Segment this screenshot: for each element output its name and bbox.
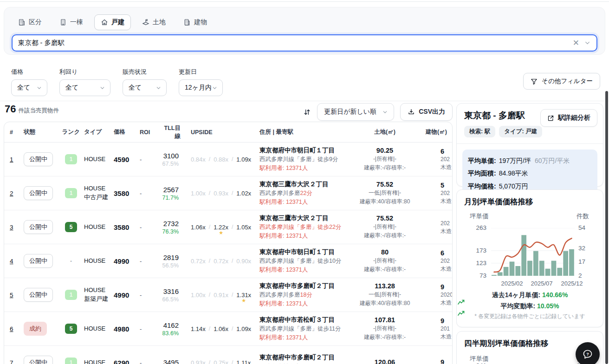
tab-ittou[interactable]: 一棟 <box>53 14 90 30</box>
table-row[interactable]: 2 公開中 1 HOUSE 中古戸建 3580 - 2567 71.7% 1.0… <box>4 176 452 210</box>
building-area: 9 <box>441 283 453 291</box>
building-cell: 5 202 木造 <box>422 182 453 205</box>
filter-select[interactable]: 12ヶ月内 <box>179 79 223 96</box>
tab-label: 区分 <box>29 18 42 26</box>
land-ratios: 建蔽率:-/容積率:- <box>348 333 422 341</box>
avg-unit-price: 平均単価:197万円/坪60万円/平米 <box>468 155 592 167</box>
table-row[interactable]: 3 公開中 5 HOUSE 3580 - 2732 76.3% 1.06x / … <box>4 210 452 244</box>
property-type: HOUSE <box>84 257 114 266</box>
property-type-tabs: 区分 一棟 戸建 土地 建物 <box>12 14 214 30</box>
row-number-link[interactable]: 1 <box>10 156 13 163</box>
tll-target: 3100 67.5% <box>160 152 191 167</box>
filter: 価格 全て <box>11 68 47 96</box>
tab-tatemono[interactable]: 建物 <box>177 14 214 30</box>
row-number-link[interactable]: 6 <box>10 325 13 332</box>
building-area: 5 <box>441 182 453 189</box>
land-rights: -|所有権|- <box>348 325 422 332</box>
tll-percent: 76.3% <box>160 228 179 235</box>
filter-label: 価格 <box>11 68 47 76</box>
row-number-link[interactable]: 7 <box>10 359 13 364</box>
tab-kubun[interactable]: 区分 <box>12 14 48 30</box>
property-type: HOUSE <box>84 223 114 232</box>
search-input[interactable] <box>18 39 568 47</box>
col-header: 状態 <box>24 128 58 136</box>
sort-arrows-icon[interactable] <box>303 108 311 116</box>
tll-target: 2819 56.5% <box>160 254 191 269</box>
more-filters-button[interactable]: その他フィルター <box>523 73 600 90</box>
building-area: 6 <box>441 148 453 155</box>
row-number-link[interactable]: 5 <box>10 292 13 299</box>
station-analysis-button[interactable]: 駅詳細分析 <box>540 109 597 127</box>
filter-select[interactable]: 全て <box>59 79 110 96</box>
station-users: 駅利用者: 12371人 <box>259 300 348 308</box>
land-cell: 90.25 -|所有権|- 建蔽率:-/容積率:- <box>348 147 422 172</box>
chevron-down-icon <box>155 85 162 91</box>
top-divider <box>0 1 609 2</box>
col-header: ROI <box>140 129 160 136</box>
tab-kodate[interactable]: 戸建 <box>94 14 131 30</box>
monthly-chart-title: 月別坪単価価格推移 <box>457 190 603 207</box>
clear-search-icon[interactable]: ✕ <box>568 38 584 48</box>
tll-percent: 56.5% <box>160 262 179 269</box>
building-structure: 木造 | 4 <box>441 299 453 307</box>
station-users: 駅利用者: 12371人 <box>259 164 348 172</box>
station-users: 駅利用者: 12371人 <box>259 232 348 240</box>
csv-export-button[interactable]: CSV出力 <box>400 103 453 121</box>
filter-select[interactable]: 全て <box>11 79 47 96</box>
card-divider <box>457 143 603 144</box>
land-icon <box>142 19 149 26</box>
chevron-down-icon[interactable] <box>584 39 591 46</box>
chat-support-button[interactable]: ? <box>576 342 600 364</box>
roi: - <box>140 190 160 197</box>
building-cell: 9 2020 木造 | 4 <box>422 283 453 307</box>
tab-tochi[interactable]: 土地 <box>136 14 172 30</box>
filter-label: 販売状況 <box>123 68 167 76</box>
table-row[interactable]: 1 公開中 1 HOUSE 4590 - 3100 67.5% 0.84x / … <box>4 143 452 176</box>
address: 東京都三鷹市大沢２丁目 <box>259 214 348 222</box>
status-badge: 公開中 <box>24 220 53 234</box>
station-users: 駅利用者: 12371人 <box>259 334 348 342</box>
land-area: 90.25 <box>348 147 422 154</box>
land-area: 75.52 <box>348 181 422 188</box>
sort-select[interactable]: 更新日が新しい順 <box>317 103 394 121</box>
status-badge: 成約 <box>24 322 47 336</box>
table-row[interactable]: 7 公開中 1 HOUSE 6290 - 3495 0.93x / 0.75x … <box>4 346 452 364</box>
rank-badge: 1 <box>65 154 77 164</box>
status-badge: 公開中 <box>24 288 53 302</box>
property-type: HOUSE <box>84 325 114 333</box>
address: 東京都府中市多磨町２丁目 <box>259 353 348 362</box>
price: 4990 <box>114 291 140 299</box>
nearest-station: 西武多摩川線「多磨」徒歩9分 <box>259 156 348 163</box>
table-row[interactable]: 4 公開中 - HOUSE 4990 - 2819 56.5% 0.72x / … <box>4 244 452 278</box>
col-header: 住所 | 最寄駅 <box>259 128 348 136</box>
building-year: 202 <box>441 190 453 196</box>
land-cell: 120.06 <box>348 358 422 364</box>
price: 6290 <box>114 359 140 364</box>
row-number-link[interactable]: 4 <box>10 258 13 265</box>
row-number-link[interactable]: 3 <box>10 224 13 231</box>
filter-select[interactable]: 全て <box>123 79 167 96</box>
land-area: 107.81 <box>348 316 422 324</box>
section-divider <box>0 101 609 101</box>
address-cell: 東京都府中市朝日町１丁目 西武多摩川線「多磨」徒歩9分 駅利用者: 12371人 <box>259 146 348 172</box>
table-row[interactable]: 6 成約 5 HOUSE 4980 - 4162 83.6% 1.14x / 1… <box>4 312 452 346</box>
station-summary-card: 東京都 - 多磨駅 駅詳細分析 検索: 駅 タイプ: 戸建 平均単価:197万円… <box>456 103 603 187</box>
row-number-link[interactable]: 2 <box>10 190 13 197</box>
address: 東京都府中市多磨町２丁目 <box>259 282 348 290</box>
results-count-suffix: 件該当売買物件 <box>18 107 59 114</box>
left-axis-tick: 73 <box>462 272 486 279</box>
land-cell: 107.81 -|所有権|- 建蔽率:-/容積率:- <box>348 316 422 341</box>
right-axis-label: 件数 <box>577 212 589 221</box>
land-rights: 一低|所有権|- <box>348 291 422 299</box>
col-header: TLL目線 <box>160 124 191 140</box>
building-cell: 6 202 木造 <box>422 249 453 273</box>
filter-row: 価格 全て 利回り 全て 販売状況 全て 更新日 12ヶ月内 <box>11 68 223 96</box>
upside: 0.93x / 0.75x / 1.11x <box>191 359 259 364</box>
roi: - <box>140 258 160 265</box>
building-year: 2020 <box>441 292 453 298</box>
rank-badge: 5 <box>65 324 77 334</box>
table-row[interactable]: 5 公開中 1 HOUSE 新築戸建 4990 - 3316 66.5% 1.0… <box>4 278 452 312</box>
building-cell: 9 <box>422 358 453 364</box>
page-scrollbar-thumb[interactable] <box>605 91 608 364</box>
address-cell: 東京都府中市多磨町２丁目 西武多摩川多磨19分 <box>259 353 348 364</box>
